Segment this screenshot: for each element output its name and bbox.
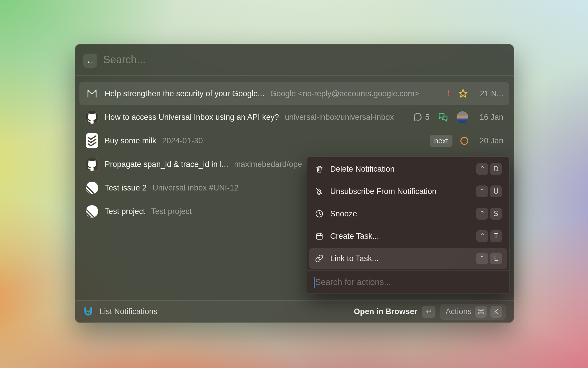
footer-source-label: List Notifications [100,307,158,316]
bell-slash-icon [314,187,324,196]
action-menu-items: Delete Notification ⌃ D Unsubscribe From… [307,156,510,273]
control-key: ⌃ [476,253,488,264]
footer-actions: Open in Browser ↵ Actions ⌘ K [354,304,506,320]
row-title: How to access Universal Inbox using an A… [105,113,279,122]
row-subtitle: universal-inbox/universal-inbox [285,113,394,122]
shortcut-keys: ⌃ L [476,253,502,264]
linear-icon [85,181,99,194]
s-key: S [490,208,502,220]
linear-icon [85,205,99,218]
menu-item-label: Snooze [330,209,357,218]
search-header: ← [75,44,514,76]
menu-item-unsubscribe[interactable]: Unsubscribe From Notification ⌃ U [309,181,507,202]
row-accessories: next 20 Jan [430,135,503,147]
k-key: K [490,306,502,318]
shortcut-keys: ⌃ U [476,185,502,197]
row-subtitle: Universal inbox #UNI-12 [153,183,239,193]
project-badge: next [430,135,452,147]
notification-row-github[interactable]: How to access Universal Inbox using an A… [79,106,509,129]
d-key: D [490,163,502,175]
row-date: 21 N... [476,89,503,98]
row-accessories: 5 16 Jan [413,111,503,123]
action-search-bar [307,270,510,294]
t-key: T [490,230,502,242]
discussion-icon [437,112,449,123]
menu-item-label: Unsubscribe From Notification [330,187,437,196]
github-icon [85,111,99,124]
trash-icon [314,165,324,173]
menu-item-snooze[interactable]: Snooze ⌃ S [309,203,507,224]
github-icon [85,158,99,171]
actions-label: Actions [445,307,472,316]
row-accessories: ! 21 N... [447,88,503,99]
row-title: Test issue 2 [105,183,147,193]
control-key: ⌃ [476,230,488,242]
row-title: Test project [105,207,145,216]
priority-circle-icon [460,137,468,145]
menu-item-label: Create Task... [330,232,379,241]
shortcut-keys: ⌃ S [476,208,502,220]
clock-icon [314,209,324,218]
notification-row-todoist[interactable]: Buy some milk 2024-01-30 next 20 Jan [79,129,509,152]
control-key: ⌃ [476,163,488,175]
row-subtitle: Test project [151,207,192,216]
menu-item-label: Link to Task... [330,254,379,263]
control-key: ⌃ [476,208,488,220]
row-subtitle: 2024-01-30 [162,136,203,145]
menu-item-delete-notification[interactable]: Delete Notification ⌃ D [309,159,507,179]
notification-row-gmail[interactable]: Help strengthen the security of your Goo… [79,82,509,105]
return-key: ↵ [422,306,435,318]
universal-inbox-icon [83,306,93,317]
row-subtitle: maximebedard/ope [234,160,302,169]
link-icon [314,254,324,263]
comment-icon [413,112,422,122]
open-in-browser-button[interactable]: Open in Browser ↵ [354,306,435,318]
arrow-left-icon: ← [86,54,95,67]
row-title: Buy some milk [105,136,156,145]
row-title: Propagate span_id & trace_id in l... [105,160,228,169]
comment-count: 5 [413,112,430,122]
row-date: 20 Jan [476,136,503,145]
row-subtitle: Google <no-reply@accounts.google.com> [270,89,419,98]
todoist-icon [85,133,99,148]
row-date: 16 Jan [476,113,503,122]
actions-button[interactable]: Actions ⌘ K [440,304,506,320]
star-icon [458,88,468,99]
action-search-input[interactable] [315,277,502,287]
important-icon: ! [447,88,450,99]
back-button[interactable]: ← [83,54,97,68]
open-in-browser-label: Open in Browser [354,307,417,316]
desktop-wallpaper: ← Help strengthen the security of your G… [0,0,588,368]
action-menu: Delete Notification ⌃ D Unsubscribe From… [307,156,510,294]
shortcut-keys: ⌃ D [476,163,502,175]
text-cursor [314,277,315,288]
avatar [457,111,468,123]
control-key: ⌃ [476,185,488,197]
menu-item-link-to-task[interactable]: Link to Task... ⌃ L [309,248,507,269]
l-key: L [490,253,502,264]
comment-count-value: 5 [425,113,430,122]
footer: List Notifications Open in Browser ↵ Act… [75,300,514,323]
search-input[interactable] [103,44,368,75]
calendar-icon [314,232,324,241]
command-key: ⌘ [475,306,487,318]
row-title: Help strengthen the security of your Goo… [105,89,264,98]
u-key: U [490,185,502,197]
menu-item-create-task[interactable]: Create Task... ⌃ T [309,226,507,246]
gmail-icon [85,87,99,100]
menu-item-label: Delete Notification [330,165,395,174]
shortcut-keys: ⌃ T [476,230,502,242]
